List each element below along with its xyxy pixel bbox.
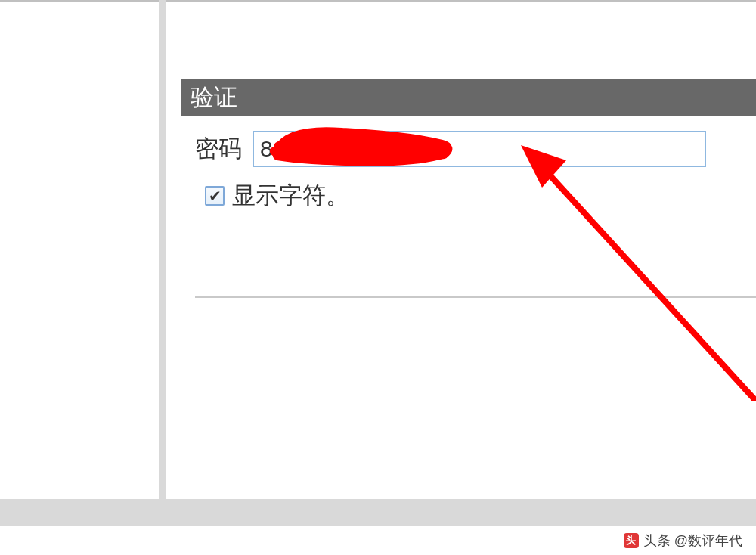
section-header-verification: 验证 xyxy=(181,79,756,116)
password-field-row: 密码 xyxy=(195,131,706,167)
horizontal-divider xyxy=(195,296,756,298)
watermark: 头 头条 @数评年代 xyxy=(0,526,756,555)
password-label: 密码 xyxy=(195,133,242,165)
watermark-icon: 头 xyxy=(624,533,639,548)
left-panel xyxy=(0,0,159,499)
watermark-text: 头条 @数评年代 xyxy=(643,532,742,550)
main-panel xyxy=(166,0,756,499)
show-characters-label: 显示字符。 xyxy=(232,180,349,212)
show-characters-checkbox[interactable]: ✔ xyxy=(205,186,225,206)
bottom-strip xyxy=(0,513,756,526)
password-input[interactable] xyxy=(253,131,706,167)
show-characters-row: ✔ 显示字符。 xyxy=(205,180,349,212)
